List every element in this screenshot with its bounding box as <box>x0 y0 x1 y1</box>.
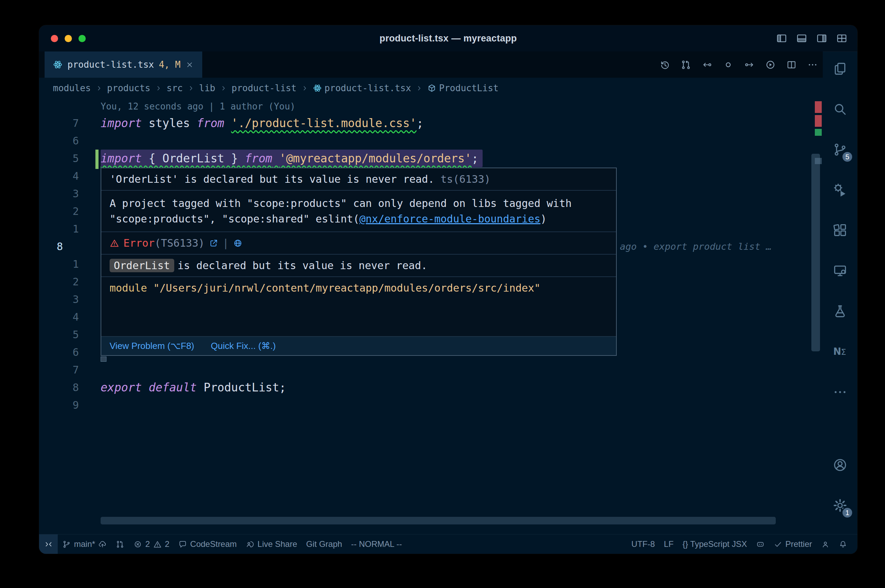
status-branch[interactable]: main* <box>58 534 111 554</box>
editor[interactable]: 76543218123456789 You, 12 seconds ago | … <box>39 99 823 534</box>
status-git-graph[interactable]: Git Graph <box>302 534 347 554</box>
vscode-window: product-list.tsx — myreactapp product-li… <box>39 25 857 554</box>
line-number[interactable]: 5 <box>39 326 98 344</box>
line-number[interactable]: 1 <box>39 220 98 238</box>
activity-remote-explorer[interactable] <box>829 260 851 282</box>
chevron-right-icon <box>301 85 308 92</box>
status-remote-indicator[interactable] <box>39 534 58 554</box>
breadcrumb-item-modules[interactable]: modules <box>53 83 91 93</box>
codelens-blame[interactable]: You, 12 seconds ago | 1 author (You) <box>101 99 296 114</box>
breadcrumb-item-src[interactable]: src <box>167 83 183 93</box>
line-number[interactable]: 5 <box>39 150 98 167</box>
check-icon <box>774 540 782 549</box>
line-number[interactable]: 3 <box>39 185 98 202</box>
line-number[interactable]: 8 <box>39 238 98 255</box>
liveshare-icon <box>246 540 254 549</box>
code-line[interactable]: export default ProductList; <box>101 379 286 396</box>
line-number[interactable]: 7 <box>39 361 98 379</box>
tooltip-ts-message: 'OrderList' is declared but its value is… <box>101 168 616 191</box>
line-number[interactable]: 4 <box>39 308 98 326</box>
error-label: Error <box>123 237 155 249</box>
tooltip-resize-handle[interactable] <box>101 357 107 362</box>
breadcrumb-item-product-list[interactable]: product-list <box>231 83 297 93</box>
activity-extensions[interactable] <box>829 219 851 242</box>
activity-explorer[interactable] <box>829 58 851 80</box>
tab-product-list[interactable]: product-list.tsx 4, M <box>45 51 202 78</box>
status-notifications[interactable] <box>834 534 852 554</box>
status-bar: main*22CodeStreamLive ShareGit Graph-- N… <box>39 534 857 554</box>
record-icon[interactable] <box>723 59 733 70</box>
code-token: default <box>149 381 197 394</box>
status-language[interactable]: {} TypeScript JSX <box>678 534 751 554</box>
layout-panel-icon[interactable] <box>796 33 808 44</box>
split-editor-icon[interactable] <box>786 59 797 70</box>
status-vim-mode[interactable]: -- NORMAL -- <box>347 534 407 554</box>
selection-highlight: import { OrderList } from '@myreactapp/m… <box>101 150 482 167</box>
activity-run-debug[interactable] <box>829 179 851 201</box>
cloud-upload-icon <box>98 540 107 549</box>
line-number[interactable]: 4 <box>39 167 98 185</box>
testing-icon <box>832 304 847 319</box>
line-number[interactable]: 6 <box>39 344 98 361</box>
cube-icon <box>427 84 436 93</box>
line-number[interactable]: 2 <box>39 273 98 291</box>
status-copilot[interactable] <box>751 534 769 554</box>
status-feedback[interactable] <box>817 534 834 554</box>
line-number[interactable]: 2 <box>39 202 98 220</box>
ts-error-code: ts(6133) <box>440 173 491 185</box>
vertical-scrollbar[interactable] <box>811 154 820 351</box>
activity-accounts[interactable] <box>829 454 851 476</box>
tooltip-action-view-problem[interactable]: View Problem (⌥F8) <box>110 340 194 351</box>
codestream-icon <box>178 540 187 549</box>
status-live-share[interactable]: Live Share <box>241 534 302 554</box>
breadcrumb-item-product-list-tsx[interactable]: product-list.tsx <box>313 83 411 93</box>
line-number[interactable]: 8 <box>39 379 98 396</box>
activity-testing[interactable] <box>829 300 851 322</box>
navigate-back-icon[interactable] <box>702 59 712 70</box>
line-number[interactable]: 1 <box>39 255 98 273</box>
globe-icon[interactable] <box>233 238 243 248</box>
status-problems[interactable]: 22 <box>129 534 174 554</box>
status-eol[interactable]: LF <box>659 534 678 554</box>
error-detail-text: is declared but its value is never read. <box>178 260 427 272</box>
gutter-modified-indicator <box>95 150 99 169</box>
separator: | <box>222 237 229 249</box>
more-icon[interactable] <box>807 59 818 70</box>
horizontal-scrollbar[interactable] <box>101 517 776 524</box>
line-number[interactable]: 7 <box>39 114 98 132</box>
tooltip-action-quick-fix[interactable]: Quick Fix... (⌘.) <box>211 340 276 351</box>
activity-nx-console[interactable]: NΣ <box>829 340 851 363</box>
code-line[interactable]: import styles from './product-list.modul… <box>101 114 424 132</box>
run-circle-icon[interactable] <box>765 59 776 70</box>
status-codestream[interactable]: CodeStream <box>174 534 241 554</box>
tab-label: product-list.tsx <box>68 59 154 70</box>
line-number[interactable]: 9 <box>39 396 98 414</box>
status-gitlens[interactable] <box>111 534 129 554</box>
layout-sidebar-right-icon[interactable] <box>816 33 828 44</box>
status-prettier[interactable]: Prettier <box>769 534 817 554</box>
git-compare-icon[interactable] <box>681 59 691 70</box>
breadcrumb-item-products[interactable]: products <box>107 83 150 93</box>
inline-blame-text: ago • export product list … <box>620 238 772 255</box>
layout-sidebar-left-icon[interactable] <box>776 33 787 44</box>
close-icon[interactable] <box>185 60 194 69</box>
activity-search[interactable] <box>829 98 851 120</box>
code-token: styles <box>142 116 197 130</box>
line-number[interactable]: 6 <box>39 132 98 150</box>
chevron-right-icon <box>155 85 162 92</box>
breadcrumb-item-lib[interactable]: lib <box>199 83 215 93</box>
activity-source-control[interactable]: 5 <box>829 138 851 160</box>
code-line[interactable]: import { OrderList } from '@myreactapp/m… <box>101 150 482 167</box>
external-link-icon[interactable] <box>209 238 218 248</box>
chevron-right-icon <box>416 85 423 92</box>
activity-settings[interactable]: 1 <box>829 494 851 516</box>
line-number[interactable]: 3 <box>39 291 98 308</box>
eslint-rule-link[interactable]: @nx/enforce-module-boundaries <box>359 213 540 225</box>
breadcrumb-item-productlist[interactable]: ProductList <box>427 83 499 93</box>
badge: 1 <box>841 507 853 519</box>
layout-grid-icon[interactable] <box>836 33 847 44</box>
activity-more[interactable] <box>829 381 851 403</box>
history-icon[interactable] <box>660 59 670 70</box>
status-encoding[interactable]: UTF-8 <box>627 534 659 554</box>
navigate-forward-icon[interactable] <box>744 59 755 70</box>
